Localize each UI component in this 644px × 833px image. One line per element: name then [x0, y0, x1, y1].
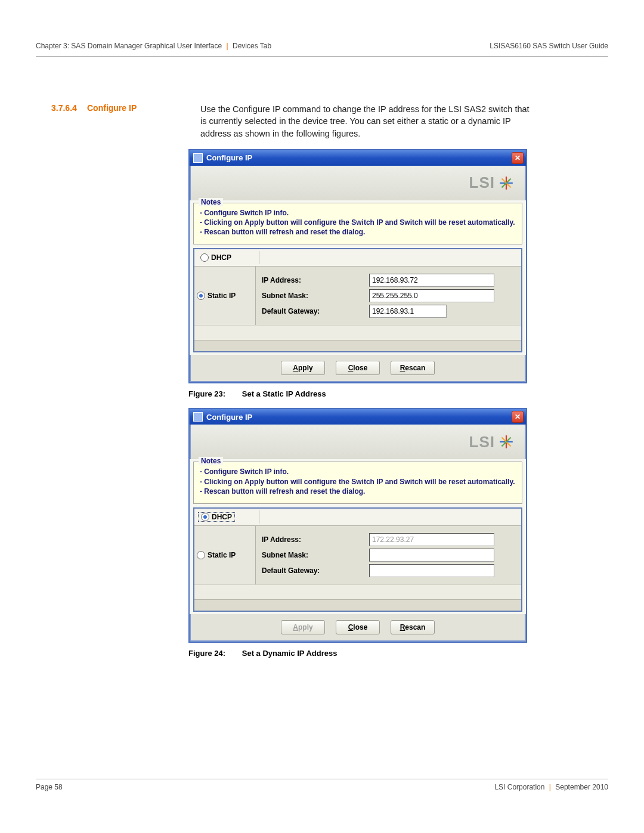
ip-address-label: IP Address: [262, 276, 369, 284]
dialog-title: Configure IP [206, 153, 252, 162]
ip-address-input [369, 533, 494, 546]
dhcp-label: DHCP [212, 513, 232, 521]
lsi-logo: LSI [469, 433, 514, 451]
figure-caption: Figure 24: Set a Dynamic IP Address [188, 649, 644, 658]
configure-ip-dialog-dynamic: Configure IP ✕ LSI Notes - Configure Swi… [188, 408, 527, 643]
lsi-logo-text: LSI [469, 433, 495, 451]
footer-date: September 2010 [555, 783, 608, 791]
notes-line: - Configure Switch IP info. [200, 467, 516, 476]
footer-separator: | [547, 783, 553, 791]
rescan-button[interactable]: Rescan [391, 361, 435, 375]
dhcp-radio[interactable] [201, 513, 209, 521]
section-body: Use the Configure IP command to change t… [200, 103, 534, 140]
static-ip-label: Static IP [208, 551, 236, 559]
default-gateway-input [369, 564, 494, 577]
ip-address-label: IP Address: [262, 535, 369, 544]
spacer [194, 340, 521, 351]
notes-box: Notes - Configure Switch IP info. - Clic… [193, 203, 522, 245]
header-right: LSISAS6160 SAS Switch User Guide [490, 42, 608, 50]
subnet-mask-input[interactable] [369, 289, 494, 302]
subnet-mask-label: Subnet Mask: [262, 551, 369, 559]
configure-ip-dialog-static: Configure IP ✕ LSI Notes - Configure Swi… [188, 149, 527, 384]
close-icon[interactable]: ✕ [512, 152, 524, 164]
dialog-title: Configure IP [206, 413, 252, 422]
apply-button[interactable]: Apply [281, 361, 325, 375]
spacer [194, 584, 521, 599]
close-icon[interactable]: ✕ [512, 411, 524, 423]
app-icon [193, 412, 203, 422]
footer-company: LSI Corporation [494, 783, 544, 791]
subnet-mask-input [369, 549, 494, 562]
footer-page: Page 58 [36, 783, 63, 791]
header-tab: Devices Tab [233, 42, 271, 50]
lsi-logo: LSI [469, 174, 514, 192]
notes-box: Notes - Configure Switch IP info. - Clic… [193, 462, 522, 504]
header-chapter: Chapter 3: SAS Domain Manager Graphical … [36, 42, 222, 50]
section-number: 3.7.6.4 [51, 103, 87, 140]
header-separator: | [224, 42, 231, 50]
notes-line: - Rescan button will refresh and reset t… [200, 487, 516, 496]
app-icon [193, 153, 203, 163]
figure-number: Figure 24: [188, 649, 225, 658]
spacer [194, 599, 521, 611]
form-area: DHCP Static IP IP Address: Subnet Mask: [193, 507, 522, 612]
subnet-mask-label: Subnet Mask: [262, 292, 369, 300]
notes-line: - Rescan button will refresh and reset t… [200, 227, 516, 237]
button-bar: Apply Close Rescan [190, 355, 526, 382]
section-row: 3.7.6.4 Configure IP Use the Configure I… [0, 57, 644, 140]
default-gateway-input[interactable] [369, 305, 447, 318]
lsi-star-icon [499, 175, 514, 191]
static-ip-radio[interactable] [197, 292, 205, 300]
titlebar: Configure IP ✕ [190, 150, 526, 166]
lsi-star-icon [499, 434, 514, 450]
close-button[interactable]: Close [336, 361, 380, 375]
static-ip-radio[interactable] [197, 551, 205, 559]
rescan-button[interactable]: Rescan [391, 620, 435, 634]
notes-legend: Notes [199, 198, 223, 206]
notes-line: - Clicking on Apply button will configur… [200, 477, 516, 487]
figure-number: Figure 23: [188, 389, 225, 398]
default-gateway-label: Default Gateway: [262, 566, 369, 575]
page-footer: Page 58 LSI Corporation | September 2010 [36, 779, 608, 791]
notes-line: - Clicking on Apply button will configur… [200, 218, 516, 227]
banner: LSI [190, 166, 526, 200]
form-area: DHCP Static IP IP Address: Subnet Mask: … [193, 248, 522, 352]
ip-address-input[interactable] [369, 274, 494, 287]
apply-button: Apply [281, 620, 325, 634]
default-gateway-label: Default Gateway: [262, 307, 369, 315]
notes-line: - Configure Switch IP info. [200, 208, 516, 218]
static-ip-label: Static IP [208, 292, 236, 300]
section-title: Configure IP [87, 103, 177, 140]
dhcp-radio[interactable] [200, 253, 209, 262]
titlebar: Configure IP ✕ [190, 409, 526, 425]
dhcp-label: DHCP [211, 253, 231, 262]
figure-title: Set a Dynamic IP Address [242, 649, 338, 658]
lsi-logo-text: LSI [469, 174, 495, 192]
button-bar: Apply Close Rescan [190, 614, 526, 642]
spacer [194, 325, 521, 340]
notes-legend: Notes [199, 457, 223, 465]
close-button[interactable]: Close [336, 620, 380, 634]
banner: LSI [190, 425, 526, 459]
figure-caption: Figure 23: Set a Static IP Address [188, 389, 644, 398]
figure-title: Set a Static IP Address [242, 389, 326, 398]
page-header: Chapter 3: SAS Domain Manager Graphical … [0, 0, 644, 54]
